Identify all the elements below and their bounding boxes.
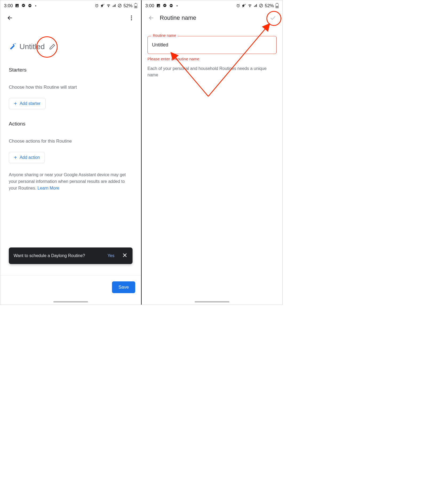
more-options-button[interactable] [126, 13, 137, 23]
actions-subtitle: Choose actions for this Routine [9, 139, 133, 144]
plus-icon: + [14, 155, 17, 160]
svg-point-11 [131, 19, 132, 20]
left-pane: 3:00 [0, 0, 141, 305]
home-indicator[interactable] [195, 301, 229, 302]
svg-point-9 [131, 15, 132, 17]
no-sim-icon [259, 3, 263, 8]
add-starter-button[interactable]: + Add starter [9, 98, 46, 109]
app-bar: Routine name [142, 10, 282, 25]
svg-line-8 [119, 5, 121, 7]
status-bar: 3:00 [142, 1, 282, 10]
alarm-icon [236, 3, 240, 8]
battery-icon [275, 3, 279, 8]
add-starter-label: Add starter [20, 101, 41, 106]
wifi-icon [248, 3, 252, 8]
actions-heading: Actions [9, 121, 133, 127]
add-action-label: Add action [20, 155, 40, 160]
save-button[interactable]: Save [112, 281, 135, 293]
routine-title-row: Untitled [9, 41, 133, 52]
field-error: Please enter a Routine name [147, 57, 282, 61]
battery-icon [134, 3, 137, 8]
svg-rect-12 [157, 4, 160, 7]
routine-name-field-wrap: Routine name [147, 36, 277, 54]
starters-heading: Starters [9, 67, 133, 73]
svg-rect-0 [15, 4, 19, 7]
wand-icon [9, 42, 16, 51]
svg-point-18 [250, 6, 250, 7]
messenger-icon [21, 3, 26, 8]
battery-percent: 52% [265, 3, 274, 9]
disclaimer-body: Anyone sharing or near your Google Assis… [9, 172, 126, 190]
toast-close-button[interactable] [122, 252, 128, 259]
svg-point-6 [108, 6, 109, 7]
home-indicator[interactable] [53, 301, 88, 302]
starters-subtitle: Choose how this Routine will start [9, 85, 133, 90]
status-time: 3:00 [4, 3, 13, 9]
battery-percent: 52% [123, 3, 133, 9]
photos-icon [15, 3, 19, 8]
edit-name-button[interactable] [47, 41, 58, 52]
back-button[interactable] [146, 13, 157, 23]
ball-icon [28, 3, 32, 8]
bottom-bar: Save [0, 275, 141, 305]
confirm-button[interactable] [267, 13, 278, 23]
more-notifications-dot [35, 5, 36, 6]
status-time: 3:00 [145, 3, 154, 9]
status-bar: 3:00 [0, 1, 141, 10]
photos-icon [156, 3, 161, 8]
mute-icon [101, 3, 105, 8]
svg-line-20 [260, 5, 262, 7]
app-bar [0, 10, 141, 25]
signal-icon [254, 4, 257, 8]
alarm-icon [95, 3, 99, 8]
toast-text: Want to schedule a Daylong Routine? [14, 253, 107, 258]
back-button[interactable] [5, 13, 15, 23]
no-sim-icon [118, 3, 122, 8]
plus-icon: + [14, 101, 17, 106]
more-notifications-dot [177, 5, 178, 6]
disclaimer-text: Anyone sharing or near your Google Assis… [9, 172, 131, 191]
daylong-routine-toast: Want to schedule a Daylong Routine? Yes [9, 247, 133, 264]
right-pane: 3:00 [142, 0, 282, 305]
ball-icon [169, 3, 173, 8]
signal-icon [112, 4, 116, 8]
add-action-button[interactable]: + Add action [9, 152, 45, 163]
wifi-icon [106, 3, 111, 8]
svg-point-10 [131, 17, 132, 18]
toast-yes-button[interactable]: Yes [107, 253, 114, 258]
field-label: Routine name [151, 33, 178, 38]
messenger-icon [163, 3, 167, 8]
field-help: Each of your personal and household Rout… [147, 65, 277, 78]
mute-icon [242, 3, 246, 8]
routine-title: Untitled [19, 42, 45, 51]
learn-more-link[interactable]: Learn More [38, 186, 59, 190]
routine-name-input[interactable] [147, 36, 277, 54]
page-title: Routine name [160, 14, 267, 21]
